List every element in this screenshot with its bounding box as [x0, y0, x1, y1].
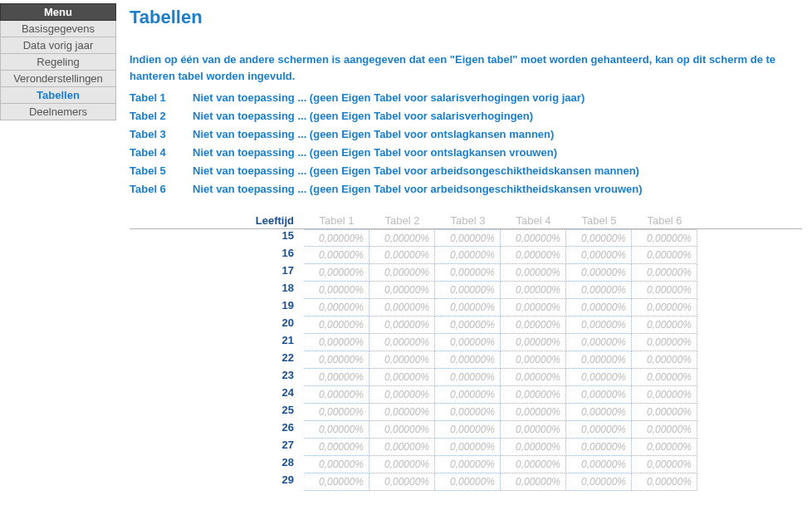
- value-cell[interactable]: 0,00000%: [566, 299, 632, 316]
- value-cell[interactable]: 0,00000%: [435, 247, 501, 264]
- value-cell[interactable]: 0,00000%: [632, 247, 697, 264]
- value-cell[interactable]: 0,00000%: [304, 473, 369, 491]
- value-cell[interactable]: 0,00000%: [435, 264, 501, 282]
- value-cell[interactable]: 0,00000%: [501, 229, 566, 247]
- value-cell[interactable]: 0,00000%: [632, 229, 697, 247]
- value-cell[interactable]: 0,00000%: [369, 264, 435, 282]
- value-cell[interactable]: 0,00000%: [369, 421, 435, 439]
- value-cell[interactable]: 0,00000%: [369, 299, 435, 316]
- value-cell[interactable]: 0,00000%: [369, 334, 435, 351]
- value-cell[interactable]: 0,00000%: [501, 316, 566, 334]
- value-cell[interactable]: 0,00000%: [566, 264, 632, 282]
- value-cell[interactable]: 0,00000%: [632, 439, 697, 456]
- value-cell[interactable]: 0,00000%: [632, 421, 697, 439]
- value-cell[interactable]: 0,00000%: [501, 334, 566, 351]
- value-cell[interactable]: 0,00000%: [435, 404, 501, 421]
- age-cell: 19: [130, 299, 304, 316]
- value-cell[interactable]: 0,00000%: [566, 456, 632, 473]
- value-cell[interactable]: 0,00000%: [501, 282, 566, 299]
- value-cell[interactable]: 0,00000%: [632, 316, 697, 334]
- value-cell[interactable]: 0,00000%: [304, 351, 369, 369]
- value-cell[interactable]: 0,00000%: [566, 369, 632, 386]
- value-cell[interactable]: 0,00000%: [304, 421, 369, 439]
- value-cell[interactable]: 0,00000%: [632, 473, 697, 491]
- value-cell[interactable]: 0,00000%: [304, 229, 369, 247]
- table-row: 170,00000%0,00000%0,00000%0,00000%0,0000…: [130, 264, 802, 282]
- value-cell[interactable]: 0,00000%: [566, 386, 632, 404]
- value-cell[interactable]: 0,00000%: [501, 456, 566, 473]
- value-cell[interactable]: 0,00000%: [304, 334, 369, 351]
- value-cell[interactable]: 0,00000%: [501, 369, 566, 386]
- table-row: 200,00000%0,00000%0,00000%0,00000%0,0000…: [130, 316, 802, 334]
- value-cell[interactable]: 0,00000%: [369, 439, 435, 456]
- value-cell[interactable]: 0,00000%: [304, 247, 369, 264]
- value-cell[interactable]: 0,00000%: [304, 316, 369, 334]
- value-cell[interactable]: 0,00000%: [632, 282, 697, 299]
- value-cell[interactable]: 0,00000%: [501, 404, 566, 421]
- value-cell[interactable]: 0,00000%: [501, 299, 566, 316]
- value-cell[interactable]: 0,00000%: [501, 351, 566, 369]
- value-cell[interactable]: 0,00000%: [632, 264, 697, 282]
- value-cell[interactable]: 0,00000%: [435, 316, 501, 334]
- value-cell[interactable]: 0,00000%: [369, 351, 435, 369]
- value-cell[interactable]: 0,00000%: [632, 351, 697, 369]
- sidebar-item-deelnemers[interactable]: Deelnemers: [0, 104, 116, 120]
- value-cell[interactable]: 0,00000%: [501, 247, 566, 264]
- value-cell[interactable]: 0,00000%: [632, 386, 697, 404]
- value-cell[interactable]: 0,00000%: [369, 386, 435, 404]
- value-cell[interactable]: 0,00000%: [435, 282, 501, 299]
- value-cell[interactable]: 0,00000%: [566, 282, 632, 299]
- value-cell[interactable]: 0,00000%: [566, 334, 632, 351]
- value-cell[interactable]: 0,00000%: [632, 299, 697, 316]
- value-cell[interactable]: 0,00000%: [435, 456, 501, 473]
- value-cell[interactable]: 0,00000%: [566, 247, 632, 264]
- value-cell[interactable]: 0,00000%: [632, 404, 697, 421]
- value-cell[interactable]: 0,00000%: [435, 421, 501, 439]
- sidebar-item-basisgegevens[interactable]: Basisgegevens: [0, 21, 116, 37]
- value-cell[interactable]: 0,00000%: [501, 421, 566, 439]
- value-cell[interactable]: 0,00000%: [369, 247, 435, 264]
- value-cell[interactable]: 0,00000%: [566, 473, 632, 491]
- value-cell[interactable]: 0,00000%: [304, 264, 369, 282]
- value-cell[interactable]: 0,00000%: [435, 439, 501, 456]
- value-cell[interactable]: 0,00000%: [632, 456, 697, 473]
- value-cell[interactable]: 0,00000%: [304, 456, 369, 473]
- value-cell[interactable]: 0,00000%: [304, 439, 369, 456]
- value-cell[interactable]: 0,00000%: [435, 386, 501, 404]
- value-cell[interactable]: 0,00000%: [369, 456, 435, 473]
- value-cell[interactable]: 0,00000%: [632, 334, 697, 351]
- value-cell[interactable]: 0,00000%: [566, 404, 632, 421]
- sidebar-item-veronderstellingen[interactable]: Veronderstellingen: [0, 71, 116, 87]
- value-cell[interactable]: 0,00000%: [566, 229, 632, 247]
- value-cell[interactable]: 0,00000%: [369, 282, 435, 299]
- value-cell[interactable]: 0,00000%: [566, 351, 632, 369]
- sidebar-item-tabellen[interactable]: Tabellen: [0, 87, 116, 104]
- value-cell[interactable]: 0,00000%: [501, 473, 566, 491]
- sidebar-item-regeling[interactable]: Regeling: [0, 54, 116, 71]
- sidebar-item-data-vorig-jaar[interactable]: Data vorig jaar: [0, 37, 116, 54]
- value-cell[interactable]: 0,00000%: [566, 316, 632, 334]
- value-cell[interactable]: 0,00000%: [435, 229, 501, 247]
- value-cell[interactable]: 0,00000%: [369, 404, 435, 421]
- value-cell[interactable]: 0,00000%: [501, 264, 566, 282]
- value-cell[interactable]: 0,00000%: [304, 282, 369, 299]
- value-cell[interactable]: 0,00000%: [369, 316, 435, 334]
- value-cell[interactable]: 0,00000%: [435, 473, 501, 491]
- value-cell[interactable]: 0,00000%: [304, 299, 369, 316]
- value-cell[interactable]: 0,00000%: [501, 386, 566, 404]
- tabel-info-row: Tabel 5Niet van toepassing ... (geen Eig…: [130, 162, 802, 180]
- value-cell[interactable]: 0,00000%: [304, 386, 369, 404]
- value-cell[interactable]: 0,00000%: [435, 299, 501, 316]
- value-cell[interactable]: 0,00000%: [369, 473, 435, 491]
- value-cell[interactable]: 0,00000%: [632, 369, 697, 386]
- value-cell[interactable]: 0,00000%: [501, 439, 566, 456]
- value-cell[interactable]: 0,00000%: [369, 229, 435, 247]
- value-cell[interactable]: 0,00000%: [566, 439, 632, 456]
- value-cell[interactable]: 0,00000%: [304, 404, 369, 421]
- value-cell[interactable]: 0,00000%: [566, 421, 632, 439]
- value-cell[interactable]: 0,00000%: [435, 369, 501, 386]
- value-cell[interactable]: 0,00000%: [435, 334, 501, 351]
- value-cell[interactable]: 0,00000%: [435, 351, 501, 369]
- value-cell[interactable]: 0,00000%: [304, 369, 369, 386]
- value-cell[interactable]: 0,00000%: [369, 369, 435, 386]
